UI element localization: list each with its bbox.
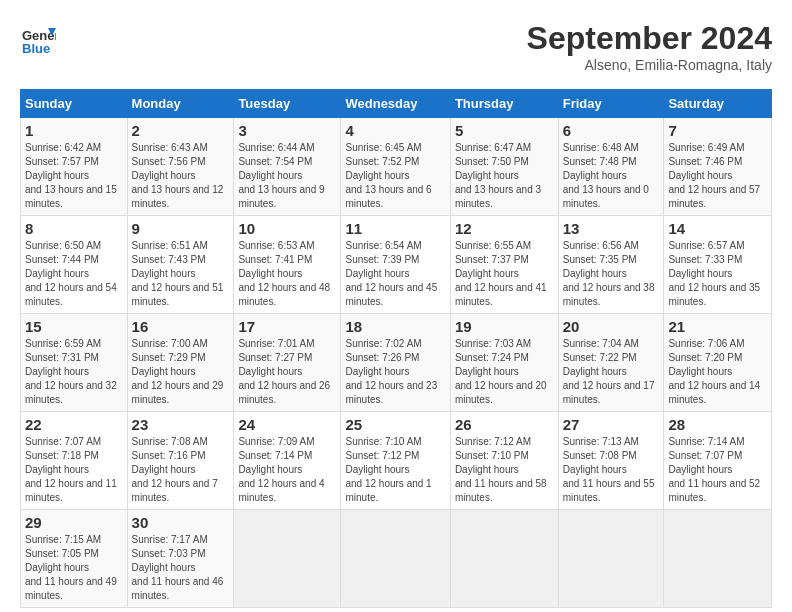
day-number: 5 bbox=[455, 122, 554, 139]
day-info: Sunrise: 7:06 AMSunset: 7:20 PMDaylight … bbox=[668, 337, 767, 407]
week-row-4: 22Sunrise: 7:07 AMSunset: 7:18 PMDayligh… bbox=[21, 412, 772, 510]
day-number: 22 bbox=[25, 416, 123, 433]
calendar-cell bbox=[450, 510, 558, 608]
svg-text:Blue: Blue bbox=[22, 41, 50, 56]
week-row-3: 15Sunrise: 6:59 AMSunset: 7:31 PMDayligh… bbox=[21, 314, 772, 412]
day-info: Sunrise: 6:48 AMSunset: 7:48 PMDaylight … bbox=[563, 141, 660, 211]
day-number: 4 bbox=[345, 122, 445, 139]
day-number: 24 bbox=[238, 416, 336, 433]
day-info: Sunrise: 6:59 AMSunset: 7:31 PMDaylight … bbox=[25, 337, 123, 407]
day-number: 18 bbox=[345, 318, 445, 335]
day-info: Sunrise: 7:13 AMSunset: 7:08 PMDaylight … bbox=[563, 435, 660, 505]
month-title: September 2024 bbox=[527, 20, 772, 57]
calendar-cell: 23Sunrise: 7:08 AMSunset: 7:16 PMDayligh… bbox=[127, 412, 234, 510]
calendar-table: SundayMondayTuesdayWednesdayThursdayFrid… bbox=[20, 89, 772, 608]
day-info: Sunrise: 7:15 AMSunset: 7:05 PMDaylight … bbox=[25, 533, 123, 603]
calendar-cell bbox=[664, 510, 772, 608]
day-info: Sunrise: 6:45 AMSunset: 7:52 PMDaylight … bbox=[345, 141, 445, 211]
title-area: September 2024 Alseno, Emilia-Romagna, I… bbox=[527, 20, 772, 73]
day-info: Sunrise: 6:42 AMSunset: 7:57 PMDaylight … bbox=[25, 141, 123, 211]
day-number: 21 bbox=[668, 318, 767, 335]
day-number: 17 bbox=[238, 318, 336, 335]
day-number: 28 bbox=[668, 416, 767, 433]
calendar-cell: 29Sunrise: 7:15 AMSunset: 7:05 PMDayligh… bbox=[21, 510, 128, 608]
day-number: 15 bbox=[25, 318, 123, 335]
day-number: 9 bbox=[132, 220, 230, 237]
calendar-cell: 8Sunrise: 6:50 AMSunset: 7:44 PMDaylight… bbox=[21, 216, 128, 314]
day-info: Sunrise: 7:01 AMSunset: 7:27 PMDaylight … bbox=[238, 337, 336, 407]
day-info: Sunrise: 6:53 AMSunset: 7:41 PMDaylight … bbox=[238, 239, 336, 309]
day-info: Sunrise: 6:47 AMSunset: 7:50 PMDaylight … bbox=[455, 141, 554, 211]
day-info: Sunrise: 6:54 AMSunset: 7:39 PMDaylight … bbox=[345, 239, 445, 309]
day-number: 26 bbox=[455, 416, 554, 433]
day-number: 8 bbox=[25, 220, 123, 237]
calendar-cell: 15Sunrise: 6:59 AMSunset: 7:31 PMDayligh… bbox=[21, 314, 128, 412]
week-row-5: 29Sunrise: 7:15 AMSunset: 7:05 PMDayligh… bbox=[21, 510, 772, 608]
calendar-cell bbox=[558, 510, 664, 608]
day-info: Sunrise: 7:08 AMSunset: 7:16 PMDaylight … bbox=[132, 435, 230, 505]
calendar-cell: 1Sunrise: 6:42 AMSunset: 7:57 PMDaylight… bbox=[21, 118, 128, 216]
calendar-cell: 24Sunrise: 7:09 AMSunset: 7:14 PMDayligh… bbox=[234, 412, 341, 510]
calendar-cell bbox=[234, 510, 341, 608]
calendar-cell: 11Sunrise: 6:54 AMSunset: 7:39 PMDayligh… bbox=[341, 216, 450, 314]
calendar-cell: 22Sunrise: 7:07 AMSunset: 7:18 PMDayligh… bbox=[21, 412, 128, 510]
column-header-thursday: Thursday bbox=[450, 90, 558, 118]
day-number: 1 bbox=[25, 122, 123, 139]
day-number: 27 bbox=[563, 416, 660, 433]
day-info: Sunrise: 7:14 AMSunset: 7:07 PMDaylight … bbox=[668, 435, 767, 505]
column-header-saturday: Saturday bbox=[664, 90, 772, 118]
calendar-cell: 21Sunrise: 7:06 AMSunset: 7:20 PMDayligh… bbox=[664, 314, 772, 412]
day-number: 16 bbox=[132, 318, 230, 335]
day-info: Sunrise: 7:02 AMSunset: 7:26 PMDaylight … bbox=[345, 337, 445, 407]
week-row-2: 8Sunrise: 6:50 AMSunset: 7:44 PMDaylight… bbox=[21, 216, 772, 314]
calendar-cell: 4Sunrise: 6:45 AMSunset: 7:52 PMDaylight… bbox=[341, 118, 450, 216]
calendar-cell: 7Sunrise: 6:49 AMSunset: 7:46 PMDaylight… bbox=[664, 118, 772, 216]
day-number: 10 bbox=[238, 220, 336, 237]
day-info: Sunrise: 7:10 AMSunset: 7:12 PMDaylight … bbox=[345, 435, 445, 505]
day-info: Sunrise: 6:43 AMSunset: 7:56 PMDaylight … bbox=[132, 141, 230, 211]
day-number: 2 bbox=[132, 122, 230, 139]
logo: General Blue bbox=[20, 20, 60, 56]
calendar-cell: 18Sunrise: 7:02 AMSunset: 7:26 PMDayligh… bbox=[341, 314, 450, 412]
day-info: Sunrise: 7:17 AMSunset: 7:03 PMDaylight … bbox=[132, 533, 230, 603]
day-number: 23 bbox=[132, 416, 230, 433]
calendar-cell: 12Sunrise: 6:55 AMSunset: 7:37 PMDayligh… bbox=[450, 216, 558, 314]
day-number: 14 bbox=[668, 220, 767, 237]
day-number: 6 bbox=[563, 122, 660, 139]
calendar-cell: 5Sunrise: 6:47 AMSunset: 7:50 PMDaylight… bbox=[450, 118, 558, 216]
day-number: 3 bbox=[238, 122, 336, 139]
calendar-cell: 17Sunrise: 7:01 AMSunset: 7:27 PMDayligh… bbox=[234, 314, 341, 412]
day-info: Sunrise: 6:57 AMSunset: 7:33 PMDaylight … bbox=[668, 239, 767, 309]
page-header: General Blue September 2024 Alseno, Emil… bbox=[20, 20, 772, 73]
location-title: Alseno, Emilia-Romagna, Italy bbox=[527, 57, 772, 73]
day-info: Sunrise: 7:07 AMSunset: 7:18 PMDaylight … bbox=[25, 435, 123, 505]
column-header-wednesday: Wednesday bbox=[341, 90, 450, 118]
calendar-cell: 2Sunrise: 6:43 AMSunset: 7:56 PMDaylight… bbox=[127, 118, 234, 216]
day-info: Sunrise: 6:56 AMSunset: 7:35 PMDaylight … bbox=[563, 239, 660, 309]
calendar-cell: 6Sunrise: 6:48 AMSunset: 7:48 PMDaylight… bbox=[558, 118, 664, 216]
day-info: Sunrise: 7:09 AMSunset: 7:14 PMDaylight … bbox=[238, 435, 336, 505]
calendar-header-row: SundayMondayTuesdayWednesdayThursdayFrid… bbox=[21, 90, 772, 118]
calendar-cell: 16Sunrise: 7:00 AMSunset: 7:29 PMDayligh… bbox=[127, 314, 234, 412]
day-number: 29 bbox=[25, 514, 123, 531]
day-number: 11 bbox=[345, 220, 445, 237]
day-info: Sunrise: 6:51 AMSunset: 7:43 PMDaylight … bbox=[132, 239, 230, 309]
calendar-cell: 13Sunrise: 6:56 AMSunset: 7:35 PMDayligh… bbox=[558, 216, 664, 314]
day-number: 25 bbox=[345, 416, 445, 433]
calendar-cell: 30Sunrise: 7:17 AMSunset: 7:03 PMDayligh… bbox=[127, 510, 234, 608]
calendar-cell: 14Sunrise: 6:57 AMSunset: 7:33 PMDayligh… bbox=[664, 216, 772, 314]
day-info: Sunrise: 6:55 AMSunset: 7:37 PMDaylight … bbox=[455, 239, 554, 309]
day-info: Sunrise: 7:00 AMSunset: 7:29 PMDaylight … bbox=[132, 337, 230, 407]
day-info: Sunrise: 7:04 AMSunset: 7:22 PMDaylight … bbox=[563, 337, 660, 407]
calendar-cell: 26Sunrise: 7:12 AMSunset: 7:10 PMDayligh… bbox=[450, 412, 558, 510]
calendar-cell: 25Sunrise: 7:10 AMSunset: 7:12 PMDayligh… bbox=[341, 412, 450, 510]
calendar-cell: 27Sunrise: 7:13 AMSunset: 7:08 PMDayligh… bbox=[558, 412, 664, 510]
day-number: 19 bbox=[455, 318, 554, 335]
calendar-cell: 3Sunrise: 6:44 AMSunset: 7:54 PMDaylight… bbox=[234, 118, 341, 216]
calendar-cell bbox=[341, 510, 450, 608]
day-number: 30 bbox=[132, 514, 230, 531]
day-info: Sunrise: 6:50 AMSunset: 7:44 PMDaylight … bbox=[25, 239, 123, 309]
day-number: 12 bbox=[455, 220, 554, 237]
calendar-cell: 10Sunrise: 6:53 AMSunset: 7:41 PMDayligh… bbox=[234, 216, 341, 314]
column-header-sunday: Sunday bbox=[21, 90, 128, 118]
